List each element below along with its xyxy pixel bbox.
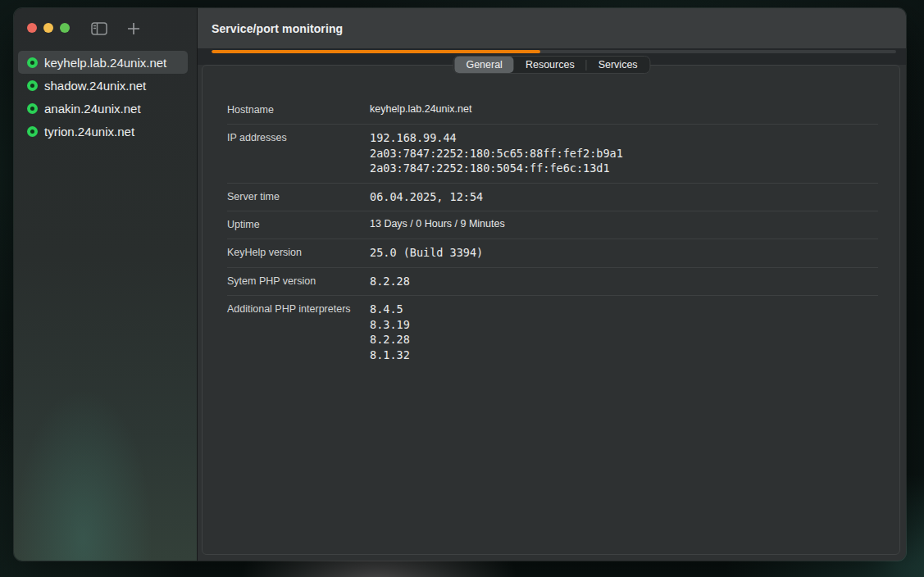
sidebar-item-keyhelp[interactable]: keyhelp.lab.24unix.net (18, 51, 188, 74)
row-additional-php-interpreters: Additional PHP interpreters 8.4.5 8.3.19… (227, 296, 878, 369)
monitoring-progress-bar (212, 50, 896, 53)
row-label: KeyHelp version (227, 245, 370, 261)
status-online-icon (27, 57, 38, 68)
tab-resources[interactable]: Resources (514, 57, 586, 73)
row-value: 13 Days / 0 Hours / 9 Minutes (370, 217, 505, 232)
row-ip-addresses: IP addresses 192.168.99.44 2a03:7847:225… (227, 125, 878, 184)
info-rows: Hostname keyhelp.lab.24unix.net IP addre… (227, 97, 878, 369)
zoom-button[interactable] (60, 23, 70, 33)
row-keyhelp-version: KeyHelp version 25.0 (Build 3394) (227, 239, 878, 268)
row-label: IP addresses (227, 130, 370, 176)
titlebar: Service/port monitoring (198, 8, 906, 48)
row-label: Sytem PHP version (227, 274, 370, 289)
row-label: Server time (227, 189, 370, 205)
row-label: Additional PHP interpreters (227, 302, 370, 362)
row-value: 8.4.5 8.3.19 8.2.28 8.1.32 (370, 302, 410, 362)
row-value: keyhelp.lab.24unix.net (370, 102, 471, 117)
server-name: anakin.24unix.net (44, 102, 141, 116)
plus-icon (127, 22, 140, 35)
row-value: 06.04.2025, 12:54 (370, 189, 483, 205)
row-value: 25.0 (Build 3394) (370, 245, 483, 261)
tab-bar: General Resources Services (453, 56, 650, 74)
status-online-icon (27, 80, 38, 91)
row-system-php-version: Sytem PHP version 8.2.28 (227, 268, 878, 297)
progress-fill (212, 50, 540, 53)
row-hostname: Hostname keyhelp.lab.24unix.net (227, 97, 878, 125)
server-name: tyrion.24unix.net (44, 125, 134, 139)
row-uptime: Uptime 13 Days / 0 Hours / 9 Minutes (227, 211, 878, 239)
add-server-button[interactable] (125, 21, 142, 35)
status-online-icon (27, 126, 38, 137)
row-value: 8.2.28 (370, 274, 410, 289)
sidebar-item-anakin[interactable]: anakin.24unix.net (18, 97, 188, 120)
tab-services[interactable]: Services (587, 57, 649, 73)
row-label: Uptime (227, 217, 370, 232)
row-label: Hostname (227, 102, 370, 117)
sidebar-toggle-button[interactable] (91, 21, 107, 35)
row-value: 192.168.99.44 2a03:7847:2252:180:5c65:88… (370, 130, 623, 176)
app-window: keyhelp.lab.24unix.net shadow.24unix.net… (14, 8, 906, 561)
sidebar-item-tyrion[interactable]: tyrion.24unix.net (18, 120, 188, 143)
minimize-button[interactable] (43, 23, 53, 33)
sidebar-item-shadow[interactable]: shadow.24unix.net (18, 74, 188, 97)
sidebar-toggle-icon (91, 22, 107, 35)
sidebar: keyhelp.lab.24unix.net shadow.24unix.net… (14, 8, 198, 561)
row-server-time: Server time 06.04.2025, 12:54 (227, 184, 878, 212)
tab-general[interactable]: General (454, 57, 513, 73)
general-info-card: Hostname keyhelp.lab.24unix.net IP addre… (202, 65, 900, 555)
page-title: Service/port monitoring (212, 22, 343, 35)
server-name: shadow.24unix.net (44, 79, 146, 93)
traffic-lights (27, 23, 70, 33)
main-panel: Service/port monitoring General Resource… (198, 8, 906, 561)
server-list: keyhelp.lab.24unix.net shadow.24unix.net… (18, 51, 188, 143)
status-online-icon (27, 103, 38, 114)
close-button[interactable] (27, 23, 37, 33)
sidebar-toolbar (91, 21, 142, 35)
server-name: keyhelp.lab.24unix.net (44, 56, 166, 70)
